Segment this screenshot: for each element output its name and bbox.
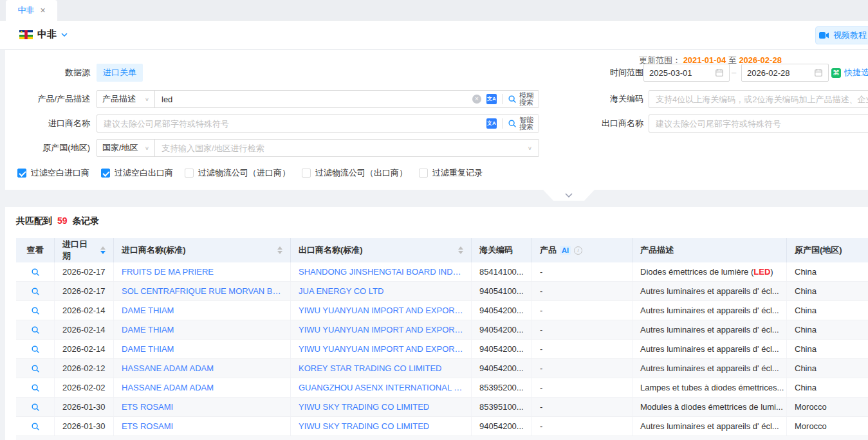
checkbox-label: 过滤空白出口商	[115, 167, 173, 179]
filter-checkbox[interactable]: 过滤重复记录	[419, 167, 483, 179]
importer-link[interactable]: ETS ROSAMI	[122, 421, 173, 431]
info-icon[interactable]: i	[574, 246, 582, 255]
cell-origin: China	[787, 301, 868, 320]
tab-title: 中非	[17, 5, 34, 16]
video-tutorial-button[interactable]: 视频教程	[815, 26, 868, 44]
quick-select-label: 快捷选择	[844, 67, 868, 78]
cell-origin: China	[787, 359, 868, 378]
origin-search-input[interactable]	[155, 140, 528, 156]
tab-bar: 中非 ×	[0, 0, 868, 21]
datasource-value-button[interactable]: 进口关单	[97, 64, 143, 82]
view-record-button[interactable]	[31, 345, 40, 354]
date-to-input[interactable]: 2026-02-28	[741, 64, 829, 82]
exporter-link[interactable]: YIWU SKY TRADING CO LIMITED	[299, 421, 429, 431]
origin-input-group: 国家/地区 ∨ ∨	[97, 139, 539, 157]
view-record-button[interactable]	[31, 364, 40, 373]
cell-product-ai: -	[532, 282, 633, 300]
checkbox-label: 过滤空白进口商	[31, 167, 89, 179]
sort-importer[interactable]	[277, 246, 282, 254]
table-row: 2026-02-12 HASSANE ADAM ADAM KOREY STAR …	[16, 359, 868, 378]
table-header: 查看 进口日期 进口商名称(标准) 出口商名称(标准)	[16, 238, 868, 262]
filter-checkbox[interactable]: 过滤空白出口商	[101, 167, 173, 179]
cell-product-ai: -	[532, 398, 633, 416]
view-record-button[interactable]	[31, 422, 40, 431]
checkbox-icon[interactable]	[17, 169, 26, 178]
quick-select-button[interactable]: ⌘ 快捷选择	[831, 64, 868, 82]
tab-close-icon[interactable]: ×	[40, 6, 45, 15]
sort-import-date[interactable]	[100, 246, 106, 254]
column-view: 查看	[16, 238, 55, 262]
smart-search-button[interactable]: 智能 搜索	[503, 115, 539, 132]
exporter-link[interactable]: YIWU SKY TRADING CO LIMITED	[299, 402, 429, 412]
product-search-input[interactable]	[155, 91, 472, 107]
collapse-filters-handle[interactable]	[543, 190, 595, 201]
magnifier-icon	[31, 345, 40, 354]
table-row: 2026-02-14 DAME THIAM YIWU YUANYUAN IMPO…	[16, 320, 868, 340]
checkbox-icon[interactable]	[185, 169, 194, 178]
cell-product-desc: Modules à diodes émettrices de lumi...	[633, 398, 787, 416]
column-product-desc: 产品描述	[633, 238, 787, 262]
hs-code-input[interactable]	[649, 91, 868, 107]
checkbox-label: 过滤重复记录	[432, 167, 483, 179]
cell-hs-code: 94054200...	[472, 340, 532, 358]
date-from-input[interactable]: 2025-03-01	[643, 64, 730, 82]
tab-zhongfei[interactable]: 中非 ×	[6, 0, 57, 21]
cell-product-ai: -	[532, 262, 633, 281]
clear-input-icon[interactable]: ×	[472, 95, 481, 104]
exporter-link[interactable]: SHANDONG JINSHENGTAI BOARD INDUST...	[299, 267, 463, 277]
importer-link[interactable]: SOL CENTRAFRIQUE RUE MORVAN BAT OF...	[122, 286, 282, 296]
cell-product-desc: Autres luminaires et appareils d' écl...	[633, 282, 787, 300]
importer-label: 进口商名称	[5, 115, 90, 133]
central-africa-flag-icon	[19, 30, 33, 39]
view-record-button[interactable]	[31, 268, 40, 277]
exporter-link[interactable]: YIWU YUANYUAN IMPORT AND EXPORT C...	[299, 306, 463, 315]
exporter-input[interactable]	[649, 115, 868, 132]
checkbox-icon[interactable]	[101, 169, 110, 178]
sort-desc-icon	[458, 251, 463, 254]
view-record-button[interactable]	[31, 325, 40, 335]
exporter-link[interactable]: GUANGZHOU ASENX INTERNATIONAL CO ...	[299, 383, 463, 392]
translate-icon[interactable]: 文A	[486, 118, 497, 129]
results-count: 59	[57, 215, 68, 226]
view-record-button[interactable]	[31, 306, 40, 315]
cell-hs-code: 85395100...	[472, 398, 532, 416]
importer-link[interactable]: DAME THIAM	[122, 344, 174, 354]
magnifier-icon	[31, 422, 40, 431]
view-record-button[interactable]	[31, 383, 40, 392]
filter-checkbox[interactable]: 过滤空白进口商	[17, 167, 89, 179]
origin-type-select[interactable]: 国家/地区 ∨	[97, 140, 155, 156]
filter-checkbox[interactable]: 过滤物流公司（出口商）	[302, 167, 407, 179]
country-selector[interactable]: 中非	[19, 28, 68, 41]
chevron-down-icon: ∨	[145, 145, 149, 151]
column-product-ai: 产品 AI i	[532, 238, 633, 262]
importer-link[interactable]: DAME THIAM	[122, 325, 174, 335]
calendar-icon	[814, 68, 823, 77]
cell-origin: Morocco	[787, 398, 868, 416]
origin-type-value: 国家/地区	[102, 142, 138, 154]
exporter-link[interactable]: KOREY STAR TRADING CO LIMITED	[299, 363, 441, 373]
view-record-button[interactable]	[31, 287, 40, 296]
checkbox-icon[interactable]	[302, 169, 311, 178]
translate-icon[interactable]: 文A	[486, 94, 497, 104]
importer-link[interactable]: ETS ROSAMI	[122, 402, 173, 412]
view-record-button[interactable]	[31, 403, 40, 412]
filter-checkbox[interactable]: 过滤物流公司（进口商）	[185, 167, 290, 179]
magnifier-icon	[31, 403, 40, 412]
chevron-down-icon	[61, 33, 68, 37]
table-row: 2026-02-14 DAME THIAM YIWU YUANYUAN IMPO…	[16, 301, 868, 320]
sort-exporter[interactable]	[458, 246, 463, 254]
exporter-link[interactable]: YIWU YUANYUAN IMPORT AND EXPORT C...	[299, 344, 463, 354]
importer-link[interactable]: HASSANE ADAM ADAM	[122, 383, 214, 392]
exporter-link[interactable]: JUA ENERGY CO LTD	[299, 286, 383, 296]
importer-input[interactable]	[97, 115, 486, 132]
checkbox-icon[interactable]	[419, 169, 428, 178]
sort-asc-icon	[458, 246, 463, 250]
importer-input-group: 文A 智能 搜索	[97, 115, 539, 133]
date-to-value: 2026-02-28	[747, 68, 790, 78]
importer-link[interactable]: DAME THIAM	[122, 306, 174, 315]
exporter-link[interactable]: YIWU YUANYUAN IMPORT AND EXPORT C...	[299, 325, 463, 335]
fuzzy-search-button[interactable]: 模糊 搜索	[503, 91, 539, 107]
importer-link[interactable]: HASSANE ADAM ADAM	[122, 363, 214, 373]
importer-link[interactable]: FRUITS DE MA PRIERE	[122, 267, 214, 277]
product-type-select[interactable]: 产品描述 ∨	[97, 91, 155, 107]
